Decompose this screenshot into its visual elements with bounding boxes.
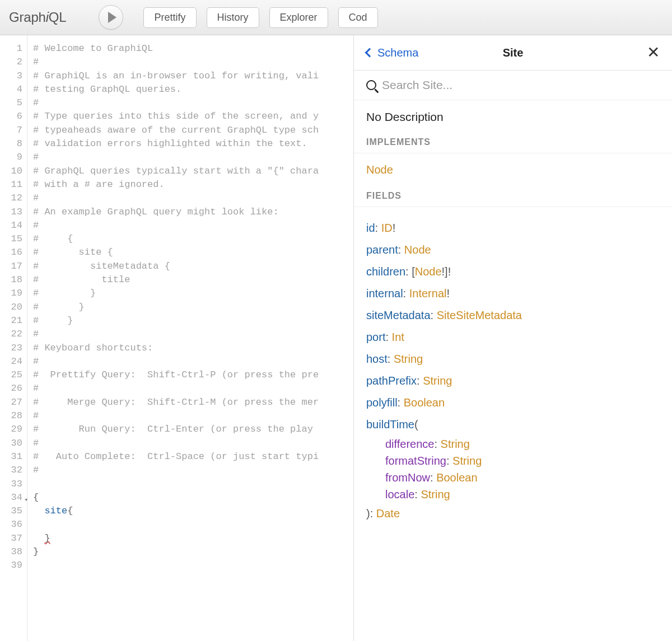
code-line[interactable]: # { <box>33 232 353 246</box>
code-line[interactable]: # <box>33 55 353 69</box>
code-line[interactable]: # <box>33 382 353 395</box>
code-line[interactable]: # Prettify Query: Shift-Ctrl-P (or press… <box>33 368 353 382</box>
implements-body: Node <box>354 153 672 191</box>
field-type[interactable]: Node <box>415 265 442 278</box>
code-line[interactable]: # Keyboard shortcuts: <box>33 341 353 355</box>
history-button[interactable]: History <box>207 7 259 28</box>
code-line[interactable] <box>33 559 353 572</box>
code-body[interactable]: # Welcome to GraphiQL## GraphiQL is an i… <box>27 35 353 641</box>
field-type[interactable]: Boolean <box>404 396 445 409</box>
explorer-button[interactable]: Explorer <box>269 7 328 28</box>
line-number: 7 <box>0 124 27 137</box>
play-icon <box>108 12 116 23</box>
arg-type[interactable]: String <box>452 455 482 467</box>
code-line[interactable]: # Type queries into this side of the scr… <box>33 110 353 123</box>
field-name[interactable]: pathPrefix <box>366 375 417 387</box>
code-line[interactable]: # typeaheads aware of the current GraphQ… <box>33 124 353 137</box>
arg-type[interactable]: Boolean <box>436 471 477 484</box>
code-line[interactable]: # <box>33 409 353 423</box>
arg-name[interactable]: formatString <box>385 455 446 467</box>
code-line[interactable]: # <box>33 464 353 477</box>
code-line[interactable]: # title <box>33 273 353 287</box>
code-line[interactable]: } <box>33 545 353 559</box>
query-editor[interactable]: 1234567891011121314151617181920212223242… <box>0 35 354 641</box>
code-line[interactable]: # <box>33 96 353 110</box>
field-type[interactable]: String <box>394 353 423 365</box>
code-line[interactable]: # validation errors highlighted within t… <box>33 137 353 151</box>
code-line[interactable]: # Auto Complete: Ctrl-Space (or just sta… <box>33 450 353 464</box>
code-exporter-button[interactable]: Cod <box>338 7 378 28</box>
docs-close-button[interactable]: ✕ <box>647 45 660 60</box>
code-line[interactable]: # <box>33 219 353 232</box>
code-line[interactable] <box>33 478 353 491</box>
code-line[interactable]: # GraphiQL is an in-browser tool for wri… <box>33 69 353 83</box>
field-name[interactable]: siteMetadata <box>366 309 431 321</box>
search-icon <box>366 80 376 90</box>
fields-body: id: ID!parent: Nodechildren: [Node!]!int… <box>354 207 672 539</box>
code-line[interactable]: # Run Query: Ctrl-Enter (or press the pl… <box>33 423 353 436</box>
line-number: 5 <box>0 96 27 110</box>
code-line[interactable]: # } <box>33 301 353 314</box>
field-type[interactable]: Internal <box>409 287 447 300</box>
main-area: 1234567891011121314151617181920212223242… <box>0 35 672 641</box>
field-type[interactable]: Date <box>376 507 400 520</box>
field-name[interactable]: parent <box>366 244 398 256</box>
code-line[interactable]: # } <box>33 314 353 327</box>
field-row: siteMetadata: SiteSiteMetadata <box>366 305 660 326</box>
code-line[interactable]: # <box>33 355 353 368</box>
arg-name[interactable]: locale <box>385 488 414 500</box>
line-number: 22 <box>0 327 27 341</box>
close-icon: ✕ <box>647 44 660 61</box>
field-name[interactable]: port <box>366 331 385 343</box>
field-name[interactable]: polyfill <box>366 396 398 409</box>
field-name[interactable]: internal <box>366 287 403 300</box>
field-name[interactable]: host <box>366 353 388 365</box>
code-line[interactable]: # GraphQL queries typically start with a… <box>33 165 353 178</box>
code-line[interactable]: } <box>33 532 353 545</box>
field-name[interactable]: buildTime <box>366 418 414 431</box>
implements-type[interactable]: Node <box>366 163 660 176</box>
line-number: 10 <box>0 165 27 178</box>
code-line[interactable]: # An example GraphQL query might look li… <box>33 205 353 219</box>
line-number: 1 <box>0 42 27 55</box>
code-line[interactable]: # with a # are ignored. <box>33 178 353 191</box>
code-line[interactable]: # <box>33 437 353 450</box>
arg-name[interactable]: fromNow <box>385 471 430 484</box>
code-line[interactable]: site{ <box>33 504 353 518</box>
line-number: 25 <box>0 368 27 382</box>
code-line[interactable]: # <box>33 191 353 205</box>
docs-back-button[interactable]: Schema <box>366 46 418 59</box>
code-line[interactable]: # <box>33 327 353 341</box>
line-number: 12 <box>0 191 27 205</box>
field-type[interactable]: Int <box>392 331 404 343</box>
docs-search-input[interactable] <box>382 78 660 92</box>
field-type[interactable]: ID <box>381 222 393 234</box>
field-row: host: String <box>366 348 660 370</box>
arg-type[interactable]: String <box>421 488 450 500</box>
code-line[interactable] <box>33 518 353 531</box>
code-line[interactable]: # Merge Query: Shift-Ctrl-M (or press th… <box>33 396 353 409</box>
line-gutter: 1234567891011121314151617181920212223242… <box>0 35 27 641</box>
field-name[interactable]: id <box>366 222 375 234</box>
line-number: 19 <box>0 287 27 300</box>
line-number: 29 <box>0 423 27 436</box>
field-row: port: Int <box>366 326 660 348</box>
field-type[interactable]: String <box>423 375 452 387</box>
code-line[interactable]: # } <box>33 287 353 300</box>
field-name[interactable]: children <box>366 265 405 278</box>
field-type[interactable]: Node <box>404 244 431 256</box>
field-row: id: ID! <box>366 217 660 239</box>
arg-name[interactable]: difference <box>385 438 434 450</box>
field-type[interactable]: SiteSiteMetadata <box>437 309 522 321</box>
code-line[interactable]: # <box>33 151 353 164</box>
line-number: 11 <box>0 178 27 191</box>
prettify-button[interactable]: Prettify <box>143 7 196 28</box>
code-line[interactable]: # site { <box>33 246 353 259</box>
arg-type[interactable]: String <box>441 438 470 450</box>
line-number: 8 <box>0 137 27 151</box>
play-button[interactable] <box>99 5 123 30</box>
code-line[interactable]: # testing GraphQL queries. <box>33 83 353 96</box>
code-line[interactable]: { <box>33 491 353 504</box>
code-line[interactable]: # siteMetadata { <box>33 260 353 273</box>
code-line[interactable]: # Welcome to GraphiQL <box>33 42 353 55</box>
